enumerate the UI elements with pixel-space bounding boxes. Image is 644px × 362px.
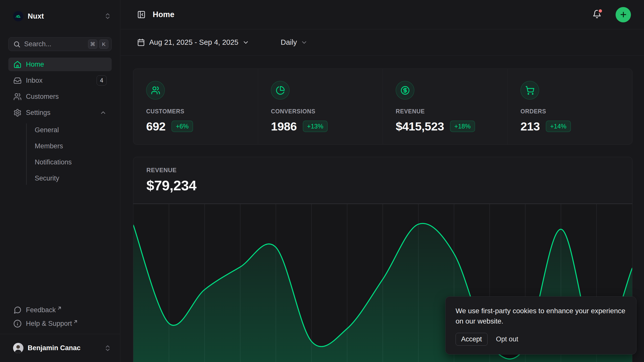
stat-orders[interactable]: ORDERS 213 +14% [507,69,632,144]
chart-title: REVENUE [146,167,632,174]
brand-name: Nuxt [28,12,104,20]
sidebar-item-label: Home [26,61,107,68]
house-icon [13,60,22,69]
shopping-cart-icon [520,81,539,100]
sub-item-label: Security [35,174,59,182]
selector-up-down-icon [104,12,111,20]
stat-label: CUSTOMERS [146,108,258,115]
sidebar-item-settings[interactable]: Settings [8,106,112,119]
footer-item-label: Help & Support [26,320,72,328]
stat-value: 692 [146,119,166,133]
message-bubble-icon [13,306,22,314]
pie-chart-icon [271,81,290,100]
sidebar-item-security[interactable]: Security [26,170,112,186]
panel-left-close-icon[interactable] [137,10,146,19]
opt-out-button[interactable]: Opt out [496,335,518,343]
stat-value: 1986 [271,119,297,133]
date-range-label: Aug 21, 2025 - Sep 4, 2025 [149,38,238,47]
add-button[interactable] [616,7,631,22]
stat-label: CONVERSIONS [271,108,383,115]
stat-customers[interactable]: CUSTOMERS 692 +6% [133,69,258,144]
sidebar-item-label: Settings [26,109,100,117]
stats-card: CUSTOMERS 692 +6% CONVERSIONS 1986 +13% … [133,69,632,145]
filters-toolbar: Aug 21, 2025 - Sep 4, 2025 Daily [120,29,644,56]
external-link-arrow-icon [57,306,62,310]
sidebar-item-customers[interactable]: Customers [8,90,112,103]
user-menu[interactable]: Benjamin Canac [0,334,120,362]
gear-icon [13,109,22,117]
user-name: Benjamin Canac [28,344,104,352]
nuxt-logo-icon [13,11,23,21]
chevron-down-icon [301,39,308,46]
inbox-icon [13,76,22,85]
sidebar-item-feedback[interactable]: Feedback [8,303,112,317]
avatar [13,343,23,353]
notifications-button[interactable] [592,10,601,20]
kbd-meta: ⌘ [88,39,97,49]
chart-current-value: $79,234 [146,177,632,194]
search-placeholder: Search... [24,40,86,48]
cookie-message: We use first-party cookies to enhance yo… [456,306,626,326]
stat-value: $415,523 [396,119,444,133]
page-title: Home [153,10,174,19]
stat-delta-badge: +14% [546,121,571,132]
stat-label: ORDERS [520,108,632,115]
page-header: Home [120,0,644,29]
sidebar-item-help-support[interactable]: Help & Support [8,317,112,330]
sidebar-item-home[interactable]: Home [8,58,112,71]
sub-item-label: Members [35,142,63,150]
granularity-select[interactable]: Daily [281,38,308,47]
external-link-arrow-icon [73,320,78,324]
stat-delta-badge: +6% [172,121,193,132]
sub-item-label: Notifications [35,158,72,166]
stat-label: REVENUE [396,108,507,115]
settings-subnav: General Members Notifications Security [8,122,112,186]
sub-item-label: General [35,126,59,134]
sidebar-item-general[interactable]: General [26,122,112,138]
notification-dot [598,8,603,14]
sidebar-nav: Home Inbox 4 Customers Settings Genera [0,58,120,188]
users-icon [13,93,22,101]
granularity-label: Daily [281,38,297,47]
sidebar: Nuxt Search... ⌘ K Home Inbox 4 [0,0,120,362]
info-circle-icon [13,320,22,328]
stat-delta-badge: +18% [450,121,475,132]
plus-icon [619,11,627,19]
sidebar-footer: Feedback Help & Support [0,303,120,334]
inbox-count-badge: 4 [97,75,107,85]
accept-button[interactable]: Accept [456,333,488,346]
cookie-banner: We use first-party cookies to enhance yo… [445,296,636,354]
stat-revenue[interactable]: REVENUE $415,523 +18% [383,69,507,144]
kbd-k: K [99,39,108,49]
sidebar-item-inbox[interactable]: Inbox 4 [8,74,112,87]
chart-top-rule [133,203,632,204]
footer-item-label: Feedback [26,306,56,314]
sidebar-item-notifications[interactable]: Notifications [26,154,112,170]
stat-delta-badge: +13% [303,121,328,132]
chevron-down-icon [242,39,249,46]
users-icon [146,81,165,100]
stat-conversions[interactable]: CONVERSIONS 1986 +13% [258,69,383,144]
search-icon [13,40,21,48]
date-range-picker[interactable]: Aug 21, 2025 - Sep 4, 2025 [137,38,254,47]
stat-value: 213 [520,119,540,133]
sidebar-item-label: Inbox [26,77,97,84]
chevron-up-icon [100,109,107,116]
sidebar-item-members[interactable]: Members [26,138,112,154]
selector-up-down-icon [104,344,111,352]
workspace-selector[interactable]: Nuxt [0,0,120,32]
circle-dollar-icon [396,81,414,100]
calendar-icon [137,38,145,46]
search-input[interactable]: Search... ⌘ K [8,37,112,51]
sidebar-item-label: Customers [26,93,107,101]
